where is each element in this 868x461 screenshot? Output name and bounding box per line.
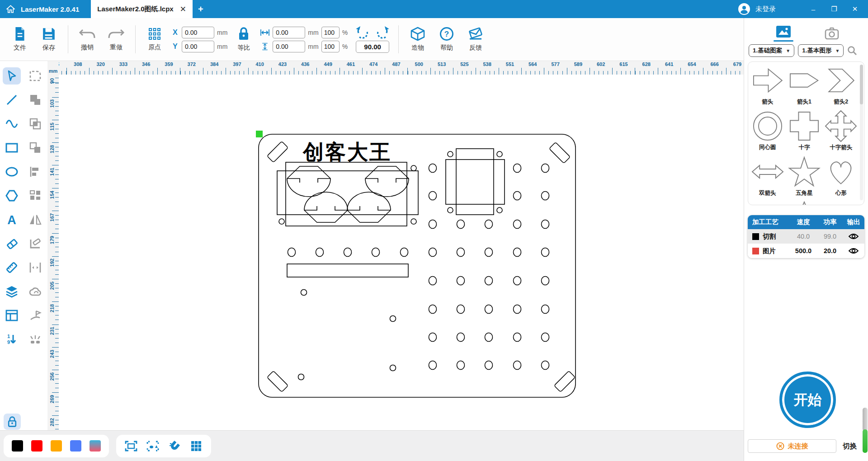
weld-tool[interactable] (26, 283, 44, 300)
file-button[interactable]: 文件 (5, 27, 34, 52)
line-tool[interactable] (3, 91, 21, 108)
ellipse-tool[interactable] (3, 163, 21, 180)
scrollbar-thumb[interactable] (863, 408, 868, 431)
layers-tool[interactable] (3, 283, 21, 300)
rotate-ccw-icon[interactable] (356, 26, 369, 39)
distribute-tool[interactable] (26, 259, 44, 276)
minimize-button[interactable]: – (803, 0, 824, 18)
mirror-tool[interactable] (26, 211, 44, 228)
lock-ratio-button[interactable]: 等比 (231, 27, 256, 52)
width-input[interactable] (273, 27, 305, 38)
y-input[interactable] (182, 41, 214, 52)
table-tool[interactable] (3, 307, 21, 324)
eye-icon[interactable] (848, 233, 859, 240)
eraser-tool[interactable] (3, 235, 21, 252)
document-tab-label: LaserMaker2.0图纸.lcpx (97, 5, 173, 14)
process-row-1[interactable]: 切割40.099.0 (748, 229, 864, 244)
select-tool[interactable] (3, 67, 21, 85)
sort-order-tool[interactable]: 19 (3, 331, 21, 348)
ruler-top-number: 320 (93, 61, 108, 67)
shape-item-arrow1[interactable]: 箭头1 (786, 64, 822, 106)
subtract-tool[interactable] (26, 139, 44, 156)
width-percent-input[interactable] (321, 27, 340, 38)
shape-item-cross[interactable]: 十字 (786, 109, 822, 151)
tab-gallery[interactable] (774, 21, 793, 42)
connection-status[interactable]: 未连接 (748, 439, 836, 453)
color-swatch-black[interactable] (12, 440, 23, 452)
home-button[interactable] (0, 0, 21, 18)
tab-camera[interactable] (825, 23, 839, 40)
rectangle-tool[interactable] (3, 139, 21, 156)
category-dropdown[interactable]: 1.基础图案 ▼ (749, 44, 794, 57)
shape-item-heart[interactable]: 心形 (823, 155, 859, 197)
process-row-2[interactable]: 图片500.020.0 (748, 244, 864, 258)
design-canvas[interactable]: 创客大王 (59, 75, 744, 461)
rotation-input[interactable] (356, 41, 389, 53)
color-swatch-orange[interactable] (51, 440, 62, 452)
polygon-tool[interactable] (3, 187, 21, 204)
spiral-icon (751, 201, 784, 205)
x-input[interactable] (182, 27, 214, 38)
rotate-cw-icon[interactable] (376, 26, 389, 39)
chevron-down-icon: ▼ (786, 48, 790, 53)
tab-close-icon[interactable]: ✕ (180, 5, 186, 14)
marquee-tool[interactable] (26, 67, 44, 85)
grid-toggle-icon[interactable] (189, 439, 203, 453)
shape-item-parallelogram[interactable]: 平行四边形 (823, 201, 859, 205)
origin-button[interactable]: 原点 (140, 27, 169, 52)
undo-button[interactable]: 撤销 (73, 27, 102, 52)
redo-button[interactable]: 重做 (102, 27, 131, 52)
color-swatch-red[interactable] (31, 440, 42, 452)
shape-item-arrow2[interactable]: 箭头2 (823, 64, 859, 106)
shape-item-star6[interactable]: 六角星 (786, 201, 822, 205)
text-tool[interactable]: A (3, 211, 21, 228)
angle-tool[interactable] (26, 235, 44, 252)
shape-item-concentric[interactable]: 同心圆 (749, 109, 786, 151)
ruler-top-number: 500 (411, 61, 427, 67)
snap-magnet-icon[interactable] (168, 439, 181, 453)
split-tool[interactable] (26, 331, 44, 348)
color-swatch-gradient[interactable] (90, 440, 101, 452)
color-swatch-blue[interactable] (70, 440, 81, 452)
feedback-button[interactable]: 反馈 (461, 27, 490, 52)
union-tool[interactable] (26, 91, 44, 108)
shape-item-double_arrow[interactable]: 双箭头 (749, 155, 786, 197)
shape-item-cross_arrows[interactable]: 十字箭头 (823, 109, 859, 151)
document-tab[interactable]: LaserMaker2.0图纸.lcpx ✕ (91, 0, 193, 18)
new-tab-button[interactable]: + (193, 0, 209, 18)
height-input[interactable] (273, 41, 305, 52)
pen-flag-tool[interactable] (26, 307, 44, 324)
shape-item-star5[interactable]: 五角星 (786, 155, 822, 197)
close-button[interactable]: ✕ (844, 0, 865, 18)
avatar[interactable] (738, 3, 750, 15)
help-button[interactable]: ? 帮助 (432, 27, 461, 52)
shape-item-spiral[interactable]: 螺旋线 (749, 201, 786, 205)
search-icon[interactable] (847, 46, 857, 56)
eye-icon[interactable] (848, 247, 859, 254)
process-col-name: 加工工艺 (748, 218, 789, 226)
ruler-top-number: 436 (297, 61, 313, 67)
subcategory-dropdown[interactable]: 1.基本图形 ▼ (798, 44, 844, 57)
ruler-left-number: 192 (49, 255, 55, 270)
start-button[interactable]: 开始 (779, 372, 836, 428)
svg-text:1: 1 (7, 334, 10, 339)
panel-scrollbar[interactable] (863, 408, 868, 453)
ruler-tool[interactable] (3, 259, 21, 276)
shape-scrollbar[interactable] (860, 65, 863, 200)
switch-device-button[interactable]: 切换 (843, 442, 857, 451)
restore-button[interactable]: ❐ (824, 0, 844, 18)
fit-canvas-icon[interactable] (124, 439, 138, 453)
intersect-tool[interactable] (26, 115, 44, 132)
canvas-lock-button[interactable] (4, 414, 21, 430)
curve-tool[interactable] (3, 115, 21, 132)
shape-item-arrow[interactable]: 箭头 (749, 64, 786, 106)
ruler-top-number: 615 (616, 61, 632, 67)
fit-selection-icon[interactable] (146, 439, 160, 453)
align-tool[interactable] (26, 163, 44, 180)
laser-board-drawing[interactable]: 创客大王 (59, 75, 744, 461)
height-percent-input[interactable] (321, 41, 340, 52)
save-button[interactable]: 保存 (34, 27, 63, 52)
login-status[interactable]: 未登录 (755, 5, 776, 14)
arrange-tool[interactable] (26, 187, 44, 204)
create-button[interactable]: 造物 (403, 27, 432, 52)
